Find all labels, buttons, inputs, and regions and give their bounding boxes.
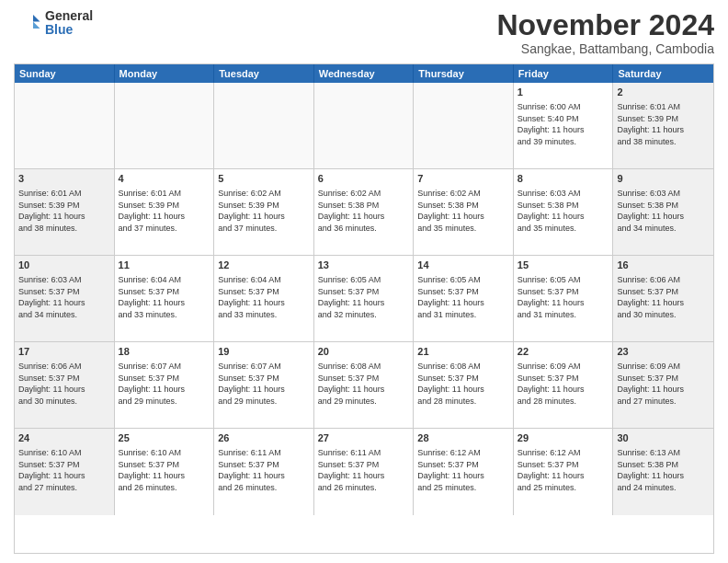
calendar-cell: 5Sunrise: 6:02 AM Sunset: 5:39 PM Daylig… — [214, 169, 314, 255]
calendar-cell: 26Sunrise: 6:11 AM Sunset: 5:37 PM Dayli… — [214, 429, 314, 515]
cell-content: Sunrise: 6:01 AM Sunset: 5:39 PM Dayligh… — [119, 188, 210, 234]
cell-content: Sunrise: 6:02 AM Sunset: 5:39 PM Dayligh… — [218, 188, 310, 234]
cell-content: Sunrise: 6:13 AM Sunset: 5:38 PM Dayligh… — [617, 447, 710, 493]
title-block: November 2024 Sangkae, Battambang, Cambo… — [496, 9, 714, 56]
month-title: November 2024 — [496, 9, 714, 41]
cell-content: Sunrise: 6:01 AM Sunset: 5:39 PM Dayligh… — [18, 188, 110, 234]
cell-content: Sunrise: 6:01 AM Sunset: 5:39 PM Dayligh… — [617, 101, 710, 147]
day-number: 3 — [18, 172, 110, 186]
day-number: 25 — [119, 431, 210, 445]
day-number: 4 — [119, 172, 210, 186]
calendar-cell: 6Sunrise: 6:02 AM Sunset: 5:38 PM Daylig… — [314, 169, 415, 255]
page: General Blue November 2024 Sangkae, Batt… — [0, 0, 728, 563]
cell-content: Sunrise: 6:05 AM Sunset: 5:37 PM Dayligh… — [518, 274, 609, 320]
calendar-cell: 17Sunrise: 6:06 AM Sunset: 5:37 PM Dayli… — [15, 342, 115, 428]
day-number: 18 — [119, 345, 210, 359]
day-number: 29 — [518, 431, 609, 445]
day-number: 15 — [518, 259, 609, 272]
logo-blue: Blue — [45, 23, 93, 37]
day-number: 17 — [18, 345, 110, 359]
cell-content: Sunrise: 6:08 AM Sunset: 5:37 PM Dayligh… — [417, 361, 509, 407]
cell-content: Sunrise: 6:05 AM Sunset: 5:37 PM Dayligh… — [417, 274, 509, 320]
calendar-cell: 11Sunrise: 6:04 AM Sunset: 5:37 PM Dayli… — [115, 256, 215, 341]
calendar-cell — [414, 83, 514, 168]
calendar-cell — [314, 83, 415, 168]
day-number: 22 — [518, 345, 609, 359]
calendar-week-5: 24Sunrise: 6:10 AM Sunset: 5:37 PM Dayli… — [15, 429, 713, 515]
calendar-cell: 24Sunrise: 6:10 AM Sunset: 5:37 PM Dayli… — [15, 429, 115, 515]
day-number: 30 — [617, 431, 710, 445]
cell-content: Sunrise: 6:04 AM Sunset: 5:37 PM Dayligh… — [218, 274, 310, 320]
calendar-week-1: 1Sunrise: 6:00 AM Sunset: 5:40 PM Daylig… — [15, 83, 713, 169]
calendar-week-3: 10Sunrise: 6:03 AM Sunset: 5:37 PM Dayli… — [15, 256, 713, 342]
day-number: 27 — [318, 431, 410, 445]
day-number: 19 — [218, 345, 310, 359]
calendar-cell: 12Sunrise: 6:04 AM Sunset: 5:37 PM Dayli… — [214, 256, 314, 341]
calendar-cell — [15, 83, 115, 168]
calendar-cell: 19Sunrise: 6:07 AM Sunset: 5:37 PM Dayli… — [214, 342, 314, 428]
cell-content: Sunrise: 6:12 AM Sunset: 5:37 PM Dayligh… — [417, 447, 509, 493]
calendar-cell: 21Sunrise: 6:08 AM Sunset: 5:37 PM Dayli… — [414, 342, 514, 428]
calendar-cell: 20Sunrise: 6:08 AM Sunset: 5:37 PM Dayli… — [314, 342, 415, 428]
header-day-tuesday: Tuesday — [214, 64, 314, 83]
day-number: 7 — [417, 172, 509, 186]
cell-content: Sunrise: 6:02 AM Sunset: 5:38 PM Dayligh… — [318, 188, 410, 234]
calendar-cell: 22Sunrise: 6:09 AM Sunset: 5:37 PM Dayli… — [514, 342, 614, 428]
day-number: 28 — [417, 431, 509, 445]
calendar-cell — [115, 83, 215, 168]
logo-icon — [14, 9, 41, 37]
calendar-cell: 23Sunrise: 6:09 AM Sunset: 5:37 PM Dayli… — [613, 342, 713, 428]
logo-text: General Blue — [45, 9, 93, 38]
cell-content: Sunrise: 6:06 AM Sunset: 5:37 PM Dayligh… — [18, 361, 110, 407]
day-number: 16 — [617, 259, 710, 272]
day-number: 14 — [417, 259, 509, 272]
day-number: 20 — [318, 345, 410, 359]
header-day-sunday: Sunday — [15, 64, 115, 83]
calendar-cell: 14Sunrise: 6:05 AM Sunset: 5:37 PM Dayli… — [414, 256, 514, 341]
calendar-cell: 3Sunrise: 6:01 AM Sunset: 5:39 PM Daylig… — [15, 169, 115, 255]
calendar-cell: 29Sunrise: 6:12 AM Sunset: 5:37 PM Dayli… — [514, 429, 614, 515]
cell-content: Sunrise: 6:06 AM Sunset: 5:37 PM Dayligh… — [617, 274, 710, 320]
day-number: 8 — [518, 172, 609, 186]
cell-content: Sunrise: 6:09 AM Sunset: 5:37 PM Dayligh… — [617, 361, 710, 407]
cell-content: Sunrise: 6:07 AM Sunset: 5:37 PM Dayligh… — [218, 361, 310, 407]
cell-content: Sunrise: 6:04 AM Sunset: 5:37 PM Dayligh… — [119, 274, 210, 320]
calendar-body: 1Sunrise: 6:00 AM Sunset: 5:40 PM Daylig… — [15, 83, 713, 515]
day-number: 2 — [617, 86, 710, 99]
cell-content: Sunrise: 6:05 AM Sunset: 5:37 PM Dayligh… — [318, 274, 410, 320]
calendar-cell: 25Sunrise: 6:10 AM Sunset: 5:37 PM Dayli… — [115, 429, 215, 515]
calendar-cell: 8Sunrise: 6:03 AM Sunset: 5:38 PM Daylig… — [514, 169, 614, 255]
calendar-cell: 15Sunrise: 6:05 AM Sunset: 5:37 PM Dayli… — [514, 256, 614, 341]
calendar-cell: 28Sunrise: 6:12 AM Sunset: 5:37 PM Dayli… — [414, 429, 514, 515]
day-number: 21 — [417, 345, 509, 359]
calendar-cell: 2Sunrise: 6:01 AM Sunset: 5:39 PM Daylig… — [613, 83, 713, 168]
cell-content: Sunrise: 6:09 AM Sunset: 5:37 PM Dayligh… — [518, 361, 609, 407]
cell-content: Sunrise: 6:12 AM Sunset: 5:37 PM Dayligh… — [518, 447, 609, 493]
location-subtitle: Sangkae, Battambang, Cambodia — [496, 41, 714, 56]
svg-marker-0 — [33, 15, 40, 22]
day-number: 1 — [518, 86, 609, 99]
day-number: 5 — [218, 172, 310, 186]
logo: General Blue — [14, 9, 93, 38]
cell-content: Sunrise: 6:03 AM Sunset: 5:38 PM Dayligh… — [617, 188, 710, 234]
calendar-week-4: 17Sunrise: 6:06 AM Sunset: 5:37 PM Dayli… — [15, 342, 713, 429]
calendar-cell: 18Sunrise: 6:07 AM Sunset: 5:37 PM Dayli… — [115, 342, 215, 428]
cell-content: Sunrise: 6:08 AM Sunset: 5:37 PM Dayligh… — [318, 361, 410, 407]
cell-content: Sunrise: 6:11 AM Sunset: 5:37 PM Dayligh… — [218, 447, 310, 493]
day-number: 9 — [617, 172, 710, 186]
cell-content: Sunrise: 6:02 AM Sunset: 5:38 PM Dayligh… — [417, 188, 509, 234]
header-day-wednesday: Wednesday — [314, 64, 415, 83]
cell-content: Sunrise: 6:00 AM Sunset: 5:40 PM Dayligh… — [518, 101, 609, 147]
calendar-cell: 7Sunrise: 6:02 AM Sunset: 5:38 PM Daylig… — [414, 169, 514, 255]
header: General Blue November 2024 Sangkae, Batt… — [14, 9, 714, 56]
cell-content: Sunrise: 6:03 AM Sunset: 5:38 PM Dayligh… — [518, 188, 609, 234]
header-day-monday: Monday — [115, 64, 215, 83]
logo-general: General — [45, 9, 93, 23]
calendar-week-2: 3Sunrise: 6:01 AM Sunset: 5:39 PM Daylig… — [15, 169, 713, 256]
cell-content: Sunrise: 6:11 AM Sunset: 5:37 PM Dayligh… — [318, 447, 410, 493]
calendar-cell: 4Sunrise: 6:01 AM Sunset: 5:39 PM Daylig… — [115, 169, 215, 255]
header-day-saturday: Saturday — [613, 64, 713, 83]
day-number: 12 — [218, 259, 310, 272]
cell-content: Sunrise: 6:10 AM Sunset: 5:37 PM Dayligh… — [119, 447, 210, 493]
day-number: 11 — [119, 259, 210, 272]
